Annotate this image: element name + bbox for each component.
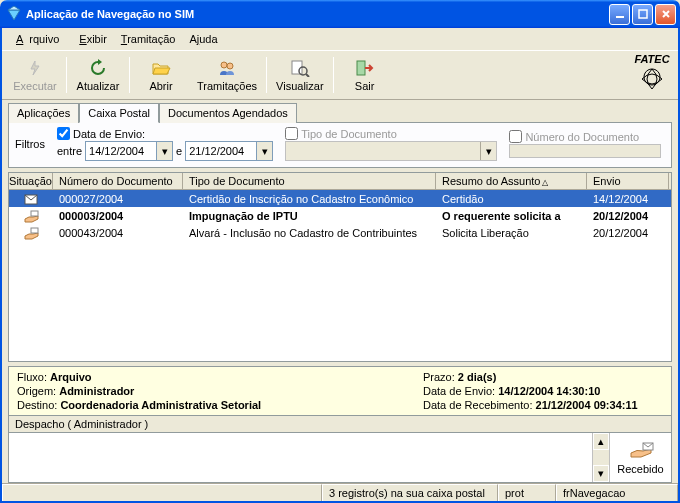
origem-value: Administrador (59, 385, 134, 397)
menu-exibir[interactable]: Exibir (73, 31, 113, 47)
row-status-icon (9, 191, 53, 207)
table-row[interactable]: 000003/2004Impugnação de IPTUO requerent… (9, 207, 671, 224)
executar-button: Executar (6, 53, 64, 97)
row-tipo: Alvará - Inclusão no Cadastro de Contrib… (183, 226, 436, 240)
table-row[interactable]: 000027/2004Certidão de Inscrição no Cada… (9, 190, 671, 207)
hand-mail-icon (627, 439, 655, 461)
fluxo-value: Arquivo (50, 371, 92, 383)
vertical-scrollbar[interactable]: ▴ ▾ (592, 433, 609, 482)
visualizar-button[interactable]: Visualizar (269, 53, 331, 97)
data-envio-checkbox[interactable]: Data de Envio: (57, 127, 273, 140)
row-numero: 000003/2004 (53, 209, 183, 223)
bolt-icon (25, 58, 45, 78)
svg-rect-10 (31, 228, 38, 233)
brand-logo: FATEC (626, 51, 678, 99)
col-situacao[interactable]: Situação (9, 173, 53, 189)
tab-aplicacoes[interactable]: Aplicações (8, 103, 79, 123)
row-status-icon (9, 225, 53, 241)
abrir-button[interactable]: Abrir (132, 53, 190, 97)
row-tipo: Impugnação de IPTU (183, 209, 436, 223)
row-envio: 20/12/2004 (587, 209, 669, 223)
menu-ajuda[interactable]: Ajuda (183, 31, 223, 47)
status-form: frNavegacao (556, 484, 678, 501)
row-numero: 000027/2004 (53, 192, 183, 206)
chevron-down-icon[interactable]: ▾ (156, 142, 172, 160)
chevron-down-icon: ▾ (480, 142, 496, 160)
window-title: Aplicação de Navegação no SIM (26, 8, 194, 20)
tabs: Aplicações Caixa Postal Documentos Agend… (2, 102, 678, 122)
toolbar: Executar Atualizar Abrir Tramitações Vis… (2, 51, 398, 99)
status-prot: prot (498, 484, 556, 501)
sort-asc-icon: △ (542, 178, 548, 187)
svg-point-3 (227, 63, 233, 69)
status-count: 3 registro(s) na sua caixa postal (322, 484, 498, 501)
grid-header[interactable]: Situação Número do Documento Tipo de Doc… (9, 173, 671, 190)
despacho-header: Despacho ( Administrador ) (8, 416, 672, 433)
col-envio[interactable]: Envio (587, 173, 669, 189)
svg-rect-9 (31, 211, 38, 216)
scroll-up-icon[interactable]: ▴ (593, 433, 609, 450)
menu-tramitacao[interactable]: Tramitação (115, 31, 182, 47)
menu-arquivo[interactable]: Arquivo (10, 31, 71, 47)
svg-line-6 (306, 74, 309, 77)
row-envio: 14/12/2004 (587, 192, 669, 206)
row-tipo: Certidão de Inscrição no Cadastro Econôm… (183, 192, 436, 206)
col-resumo[interactable]: Resumo do Assunto△ (436, 173, 587, 189)
data-receb-value: 21/12/2004 09:34:11 (536, 399, 638, 411)
date-from-picker[interactable]: ▾ (85, 141, 173, 161)
minimize-button[interactable] (609, 4, 630, 25)
tipo-doc-checkbox[interactable]: Tipo de Documento (285, 127, 497, 140)
num-doc-input (509, 144, 661, 158)
col-tipo[interactable]: Tipo de Documento (183, 173, 436, 189)
svg-rect-0 (616, 16, 624, 18)
row-resumo: O requerente solicita a (436, 209, 587, 223)
tab-documentos-agendados[interactable]: Documentos Agendados (159, 103, 297, 123)
filters-panel: Filtros Data de Envio: entre ▾ e ▾ Tipo … (8, 122, 672, 168)
row-resumo: Certidão (436, 192, 587, 206)
despacho-area: ▴ ▾ Recebido (8, 433, 672, 483)
atualizar-button[interactable]: Atualizar (69, 53, 127, 97)
menubar: Arquivo Exibir Tramitação Ajuda (2, 28, 678, 50)
app-icon (6, 6, 22, 22)
svg-rect-1 (639, 10, 647, 18)
date-to-picker[interactable]: ▾ (185, 141, 273, 161)
exit-icon (355, 58, 375, 78)
scroll-down-icon[interactable]: ▾ (593, 465, 609, 482)
row-resumo: Solicita Liberação (436, 226, 587, 240)
recebido-button[interactable]: Recebido (609, 433, 671, 482)
row-envio: 20/12/2004 (587, 226, 669, 240)
col-numero[interactable]: Número do Documento (53, 173, 183, 189)
svg-rect-7 (357, 61, 365, 75)
chevron-down-icon[interactable]: ▾ (256, 142, 272, 160)
maximize-button[interactable] (632, 4, 653, 25)
statusbar: 3 registro(s) na sua caixa postal prot f… (2, 483, 678, 501)
refresh-icon (88, 58, 108, 78)
tipo-doc-combo: ▾ (285, 141, 497, 161)
data-envio-value: 14/12/2004 14:30:10 (498, 385, 600, 397)
destino-value: Coordenadoria Administrativa Setorial (60, 399, 261, 411)
num-doc-checkbox[interactable]: Número do Documento (509, 130, 661, 143)
row-numero: 000043/2004 (53, 226, 183, 240)
details-panel: Fluxo: Arquivo Origem: Administrador Des… (8, 366, 672, 416)
filters-label: Filtros (15, 138, 45, 150)
tramitacoes-button[interactable]: Tramitações (190, 53, 264, 97)
row-status-icon (9, 208, 53, 224)
tab-caixa-postal[interactable]: Caixa Postal (79, 103, 159, 123)
close-button[interactable] (655, 4, 676, 25)
magnifier-icon (290, 58, 310, 78)
folder-open-icon (151, 58, 171, 78)
sair-button[interactable]: Sair (336, 53, 394, 97)
documents-grid[interactable]: Situação Número do Documento Tipo de Doc… (8, 172, 672, 362)
users-icon (217, 58, 237, 78)
prazo-value: 2 dia(s) (458, 371, 497, 383)
titlebar[interactable]: Aplicação de Navegação no SIM (0, 0, 680, 28)
table-row[interactable]: 000043/2004Alvará - Inclusão no Cadastro… (9, 224, 671, 241)
svg-point-2 (221, 62, 227, 68)
